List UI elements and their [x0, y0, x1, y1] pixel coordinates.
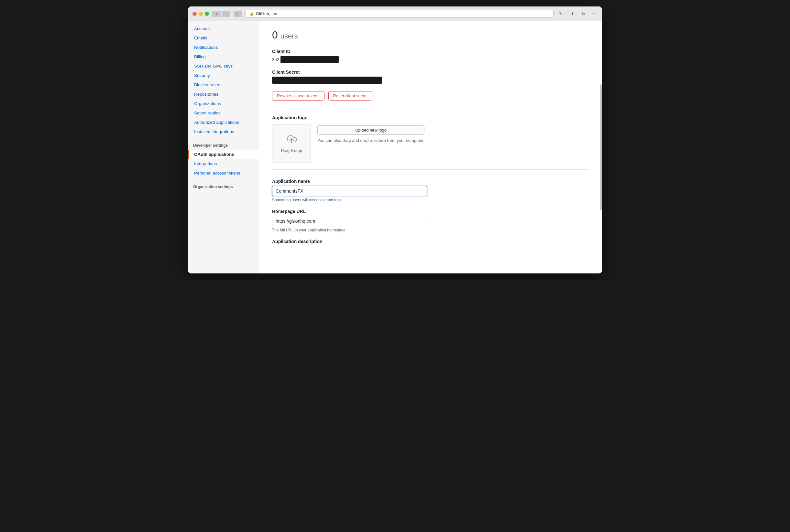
minimize-button[interactable]	[199, 12, 203, 16]
back-button[interactable]: ‹	[212, 11, 221, 17]
add-tab-button[interactable]: +	[590, 11, 598, 17]
sidebar-divider-2	[188, 179, 259, 179]
url-text: GitHub, Inc.	[256, 11, 278, 16]
sidebar-divider-1	[188, 138, 259, 138]
reload-button[interactable]: ↻	[557, 11, 565, 17]
browser-window: ‹ › ⊡ 🔒 GitHub, Inc. ↻ ⬆ ⧉ + Account Ema…	[188, 6, 602, 273]
token-action-buttons: Revoke all user tokens Reset client secr…	[272, 91, 589, 100]
nav-buttons: ‹ ›	[212, 11, 230, 17]
sidebar-item-billing[interactable]: Billing	[188, 52, 259, 61]
sidebar: Account Emails Notifications Billing SSH…	[188, 21, 259, 273]
client-id-prefix: 3b2	[272, 57, 279, 62]
client-secret-redacted	[272, 77, 382, 84]
homepage-url-input[interactable]	[272, 216, 427, 226]
form-section: Application name Something users will re…	[272, 179, 589, 244]
sidebar-item-account[interactable]: Account	[188, 24, 259, 33]
app-description-group: Application description	[272, 239, 589, 244]
client-id-label: Client ID	[272, 49, 589, 54]
users-count-row: 0 users	[272, 29, 589, 41]
app-name-label: Application name	[272, 179, 589, 184]
client-secret-label: Client Secret	[272, 70, 589, 75]
drag-drop-text: Drag & drop	[281, 148, 302, 153]
homepage-url-hint: The full URL to your application homepag…	[272, 228, 589, 232]
section-divider-2	[272, 169, 589, 170]
org-settings-header: Organization settings	[188, 181, 259, 191]
app-logo-section: Application logo Drag & drop	[272, 115, 589, 163]
sidebar-item-repositories[interactable]: Repositories	[188, 90, 259, 99]
app-name-hint: Something users will recognize and trust	[272, 198, 589, 202]
sidebar-item-saved-replies[interactable]: Saved replies	[188, 108, 259, 118]
developer-settings-header: Developer settings	[188, 139, 259, 150]
homepage-url-group: Homepage URL The full URL to your applic…	[272, 209, 589, 232]
traffic-lights	[192, 12, 209, 16]
app-name-input[interactable]	[272, 186, 427, 196]
sidebar-toggle-button[interactable]: ⊡	[234, 11, 242, 17]
browser-actions: ⬆ ⧉	[568, 11, 587, 17]
sidebar-item-personal-tokens[interactable]: Personal access tokens	[188, 168, 259, 178]
logo-hint-text: You can also drag and drop a picture fro…	[317, 138, 424, 143]
sidebar-item-organizations[interactable]: Organizations	[188, 99, 259, 108]
sidebar-item-emails[interactable]: Emails	[188, 33, 259, 43]
main-content: 0 users Client ID 3b2 Client Secret	[259, 21, 602, 263]
client-id-redacted	[280, 56, 339, 63]
main-wrapper: 0 users Client ID 3b2 Client Secret	[259, 21, 602, 273]
homepage-url-label: Homepage URL	[272, 209, 589, 214]
upload-new-logo-button[interactable]: Upload new logo	[317, 126, 424, 135]
maximize-button[interactable]	[205, 12, 209, 16]
content-area: Account Emails Notifications Billing SSH…	[188, 21, 602, 273]
client-id-group: Client ID 3b2	[272, 49, 589, 63]
address-bar[interactable]: 🔒 GitHub, Inc.	[245, 10, 553, 18]
share-button[interactable]: ⬆	[568, 11, 577, 17]
logo-upload-info: Upload new logo You can also drag and dr…	[317, 124, 424, 143]
forward-button[interactable]: ›	[222, 11, 230, 17]
new-tab-button[interactable]: ⧉	[579, 11, 587, 17]
lock-icon: 🔒	[250, 12, 254, 16]
scrollbar-track	[600, 21, 602, 273]
sidebar-item-authorized-apps[interactable]: Authorized applications	[188, 118, 259, 127]
sidebar-item-installed-integrations[interactable]: Installed integrations	[188, 127, 259, 136]
reset-client-secret-button[interactable]: Reset client secret	[328, 91, 373, 100]
sidebar-item-integrations[interactable]: Integrations	[188, 159, 259, 168]
revoke-all-tokens-button[interactable]: Revoke all user tokens	[272, 91, 325, 100]
users-count: 0	[272, 29, 278, 41]
sidebar-item-security[interactable]: Security	[188, 71, 259, 80]
app-logo-title: Application logo	[272, 115, 589, 120]
sidebar-item-notifications[interactable]: Notifications	[188, 43, 259, 52]
logo-dropzone[interactable]: Drag & drop	[272, 124, 311, 163]
client-id-row: 3b2	[272, 56, 589, 63]
client-secret-group: Client Secret	[272, 70, 589, 85]
logo-upload-row: Drag & drop Upload new logo You can also…	[272, 124, 589, 163]
app-name-group: Application name Something users will re…	[272, 179, 589, 202]
scrollbar-thumb[interactable]	[600, 84, 602, 210]
users-label: users	[280, 32, 298, 40]
sidebar-item-ssh-gpg[interactable]: SSH and GPG keys	[188, 61, 259, 71]
sidebar-item-oauth-apps[interactable]: OAuth applications	[188, 150, 259, 159]
browser-chrome: ‹ › ⊡ 🔒 GitHub, Inc. ↻ ⬆ ⧉ +	[188, 6, 602, 21]
close-button[interactable]	[192, 12, 197, 16]
app-description-label: Application description	[272, 239, 589, 244]
section-divider-1	[272, 107, 589, 107]
upload-cloud-icon	[286, 134, 297, 146]
sidebar-item-blocked-users[interactable]: Blocked users	[188, 80, 259, 90]
